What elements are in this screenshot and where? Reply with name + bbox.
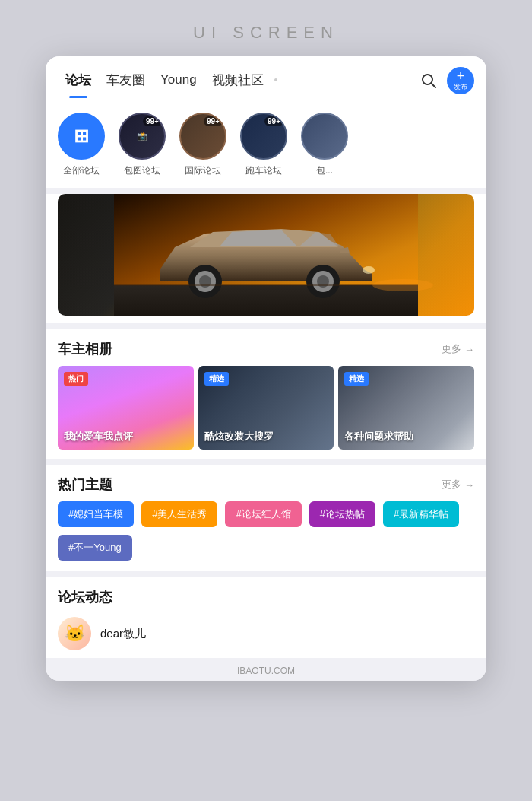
circle-badge-bao: 99+ <box>143 116 162 126</box>
topic-tag-2[interactable]: #论坛红人馆 <box>225 501 301 527</box>
topic-tag-4[interactable]: #最新精华帖 <box>383 501 459 527</box>
topics-section-header: 热门主题 更多 → <box>46 465 486 501</box>
banner-section <box>46 194 486 323</box>
feed-item: 🐱 dear敏儿 <box>58 617 474 650</box>
topics-more-arrow: → <box>464 479 474 491</box>
nav-tabs: 论坛 车友圈 Young 视频社区 <box>58 72 416 98</box>
circle-badge-intl: 99+ <box>204 116 223 126</box>
album-title: 车主相册 <box>58 340 112 358</box>
circle-label-bao: 包图论坛 <box>124 164 160 177</box>
publish-button[interactable]: + 发布 <box>447 67 474 94</box>
banner-image[interactable] <box>58 194 474 316</box>
album-tag-1: 热门 <box>64 372 88 386</box>
album-tag-3: 精选 <box>344 372 369 386</box>
svg-line-1 <box>432 84 436 88</box>
nav-dot <box>274 78 277 81</box>
nav-actions: + 发布 <box>416 67 474 102</box>
album-grid: 热门 我的爱车我点评 精选 酷炫改装大搜罗 精选 各种问题求帮助 <box>46 366 486 459</box>
album-card-1[interactable]: 热门 我的爱车我点评 <box>58 366 194 450</box>
circle-avatar-all: ⊞ <box>58 113 105 160</box>
tab-luntan[interactable]: 论坛 <box>58 72 99 98</box>
publish-icon: + <box>457 69 465 83</box>
svg-point-12 <box>372 279 433 291</box>
circle-label-all: 全部论坛 <box>63 164 100 177</box>
forum-circle-bao[interactable]: 99+ 📸 包图论坛 <box>119 113 166 177</box>
topics-more-label: 更多 <box>442 478 461 491</box>
circle-label-paoches: 跑车论坛 <box>245 164 282 177</box>
nav-bar: 论坛 车友圈 Young 视频社区 + 发布 <box>46 56 486 102</box>
feed-title: 论坛动态 <box>58 588 474 606</box>
album-text-1: 我的爱车我点评 <box>64 431 188 443</box>
svg-point-9 <box>317 275 329 288</box>
circle-img-bao: 📸 <box>137 132 147 141</box>
tab-shipinshequ[interactable]: 视频社区 <box>204 72 271 98</box>
album-tag-2: 精选 <box>204 372 229 386</box>
circle-label-more5: 包... <box>316 164 333 177</box>
svg-rect-3 <box>114 285 418 316</box>
topic-tag-3[interactable]: #论坛热帖 <box>309 501 375 527</box>
album-more-label: 更多 <box>442 342 461 356</box>
album-section-header: 车主相册 更多 → <box>46 329 486 366</box>
forum-circle-more5[interactable]: 包... <box>301 113 348 177</box>
forum-icon-all: ⊞ <box>74 126 89 147</box>
album-card-3[interactable]: 精选 各种问题求帮助 <box>338 366 474 450</box>
album-more-button[interactable]: 更多 → <box>442 342 474 356</box>
album-text-3: 各种问题求帮助 <box>344 431 468 443</box>
topics-more-button[interactable]: 更多 → <box>442 478 474 491</box>
forum-circle-paoches[interactable]: 99+ 跑车论坛 <box>240 113 287 177</box>
topics-section: #媳妇当车模 #美人生活秀 #论坛红人馆 #论坛热帖 #最新精华帖 #不一You… <box>46 501 486 571</box>
circle-avatar-bao: 99+ 📸 <box>119 113 166 160</box>
circle-avatar-paoches: 99+ <box>240 113 287 160</box>
forum-circle-intl[interactable]: 99+ 国际论坛 <box>179 113 226 177</box>
svg-point-10 <box>363 266 375 274</box>
publish-label: 发布 <box>454 84 467 91</box>
circle-badge-paoches: 99+ <box>264 116 283 126</box>
album-more-arrow: → <box>464 344 474 355</box>
car-svg <box>58 194 474 316</box>
album-card-2[interactable]: 精选 酷炫改装大搜罗 <box>198 366 334 450</box>
page-title: UI SCREEN <box>193 0 339 56</box>
avatar: 🐱 <box>58 617 91 650</box>
topic-tag-1[interactable]: #美人生活秀 <box>141 501 217 527</box>
tab-cheyouquan[interactable]: 车友圈 <box>99 72 153 98</box>
topics-grid: #媳妇当车模 #美人生活秀 #论坛红人馆 #论坛热帖 #最新精华帖 #不一You… <box>58 501 474 561</box>
bottom-watermark: IBAOTU.COM <box>46 658 486 681</box>
topic-tag-0[interactable]: #媳妇当车模 <box>58 501 134 527</box>
tab-young[interactable]: Young <box>153 72 204 97</box>
circle-label-intl: 国际论坛 <box>185 164 221 177</box>
feed-username: dear敏儿 <box>100 627 146 641</box>
feed-section: 论坛动态 🐱 dear敏儿 <box>46 577 486 658</box>
forum-circles: ⊞ 全部论坛 99+ 📸 包图论坛 99+ 国际论坛 99+ 跑车论坛 <box>46 102 486 188</box>
forum-circle-all[interactable]: ⊞ 全部论坛 <box>58 113 105 177</box>
phone-container: 论坛 车友圈 Young 视频社区 + 发布 ⊞ 全部论坛 <box>46 56 486 681</box>
topics-title: 热门主题 <box>58 475 112 494</box>
topic-tag-5[interactable]: #不一Young <box>58 535 132 561</box>
circle-avatar-intl: 99+ <box>179 113 226 160</box>
svg-point-6 <box>199 275 211 288</box>
circle-avatar-more5 <box>301 113 348 160</box>
search-icon[interactable] <box>416 68 441 93</box>
avatar-emoji: 🐱 <box>65 624 85 644</box>
album-text-2: 酷炫改装大搜罗 <box>204 431 328 443</box>
